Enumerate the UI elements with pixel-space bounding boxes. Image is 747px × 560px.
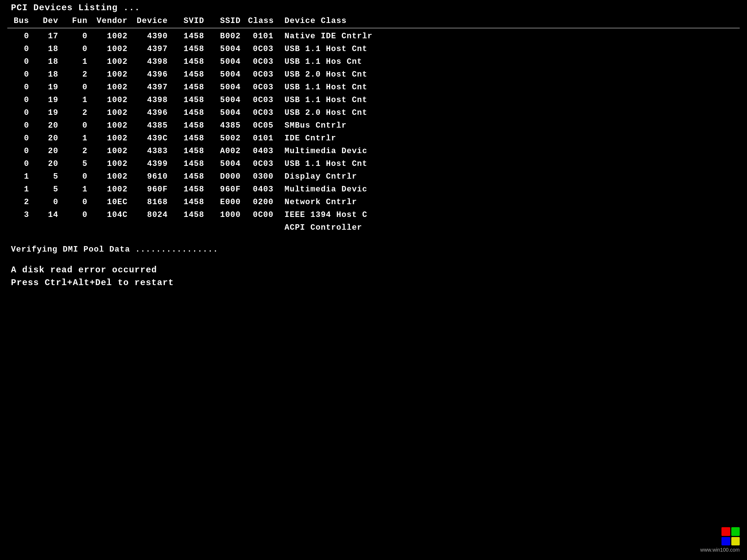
col-header-devclass: Device Class — [285, 16, 740, 26]
cell-svid: 1458 — [175, 172, 212, 181]
status-section: Verifying DMI Pool Data ................ — [7, 245, 740, 254]
cell-bus: 1 — [7, 185, 36, 194]
cell-bus: 2 — [7, 198, 36, 207]
wm-green-square — [731, 527, 740, 536]
cell-ssid: 5004 — [212, 96, 248, 105]
cell-fun: 1 — [66, 185, 95, 194]
cell-fun: 1 — [66, 134, 95, 143]
cell-fun: 0 — [66, 83, 95, 92]
cell-vendor: 1002 — [95, 121, 135, 130]
cell-vendor: 1002 — [95, 32, 135, 41]
cell-vendor: 1002 — [95, 44, 135, 54]
bios-screen: PCI Devices Listing ... Bus Dev Fun Vend… — [0, 0, 747, 560]
cell-vendor: 1002 — [95, 172, 135, 181]
cell-ssid: 960F — [212, 185, 248, 194]
wm-yellow-square — [731, 537, 740, 546]
cell-devclass: USB 1.1 Host Cnt — [285, 44, 740, 54]
cell-class: 0403 — [248, 185, 285, 194]
cell-vendor: 104C — [95, 210, 135, 219]
cell-svid: 1458 — [175, 147, 212, 156]
cell-bus: 0 — [7, 134, 36, 143]
verifying-dmi: Verifying DMI Pool Data ................ — [11, 245, 740, 254]
extra-devclass-label: ACPI Controller — [285, 223, 740, 232]
cell-vendor: 1002 — [95, 185, 135, 194]
cell-class: 0C05 — [248, 121, 285, 130]
table-row: 018010024397145850040C03USB 1.1 Host Cnt — [7, 43, 740, 55]
header-title: PCI Devices Listing ... — [7, 0, 740, 13]
cell-devclass: IDE Cntrlr — [285, 134, 740, 143]
cell-fun: 0 — [66, 172, 95, 181]
cell-ssid: 5004 — [212, 70, 248, 79]
cell-svid: 1458 — [175, 57, 212, 66]
cell-dev: 19 — [36, 83, 66, 92]
wm-blue-square — [721, 537, 730, 546]
cell-vendor: 10EC — [95, 198, 135, 207]
cell-svid: 1458 — [175, 121, 212, 130]
cell-bus: 1 — [7, 172, 36, 181]
cell-ssid: B002 — [212, 32, 248, 41]
cell-fun: 5 — [66, 159, 95, 168]
cell-ssid: 5004 — [212, 57, 248, 66]
col-header-vendor: Vendor — [95, 16, 135, 26]
cell-vendor: 1002 — [95, 96, 135, 105]
cell-ssid: 5004 — [212, 83, 248, 92]
cell-fun: 0 — [66, 121, 95, 130]
cell-svid: 1458 — [175, 159, 212, 168]
cell-devclass: USB 1.1 Host Cnt — [285, 159, 740, 168]
col-header-device: Device — [135, 16, 175, 26]
cell-ssid: 5004 — [212, 44, 248, 54]
cell-bus: 0 — [7, 159, 36, 168]
watermark-url: www.win100.com — [700, 547, 740, 553]
cell-bus: 0 — [7, 121, 36, 130]
cell-devclass: USB 2.0 Host Cnt — [285, 108, 740, 117]
cell-device: 439C — [135, 134, 175, 143]
cell-class: 0C03 — [248, 159, 285, 168]
cell-device: 4397 — [135, 44, 175, 54]
col-header-class: Class — [248, 16, 285, 26]
cell-devclass: USB 1.1 Host Cnt — [285, 83, 740, 92]
cell-vendor: 1002 — [95, 134, 135, 143]
cell-bus: 3 — [7, 210, 36, 219]
cell-dev: 5 — [36, 172, 66, 181]
cell-dev: 18 — [36, 44, 66, 54]
cell-devclass: IEEE 1394 Host C — [285, 210, 740, 219]
cell-dev: 20 — [36, 134, 66, 143]
cell-devclass: Native IDE Cntrlr — [285, 32, 740, 41]
cell-class: 0200 — [248, 198, 285, 207]
table-row: 02011002439C145850020101IDE Cntrlr — [7, 132, 740, 145]
table-row: 020510024399145850040C03USB 1.1 Host Cnt — [7, 158, 740, 170]
cell-ssid: A002 — [212, 147, 248, 156]
cell-svid: 1458 — [175, 96, 212, 105]
device-table: 0170100243901458B0020101Native IDE Cntrl… — [7, 30, 740, 234]
cell-devclass: USB 1.1 Host Cnt — [285, 96, 740, 105]
cell-fun: 0 — [66, 44, 95, 54]
col-header-bus: Bus — [7, 16, 36, 26]
cell-devclass: USB 1.1 Hos Cnt — [285, 57, 740, 66]
table-row: 0202100243831458A0020403Multimedia Devic — [7, 145, 740, 158]
cell-fun: 2 — [66, 70, 95, 79]
cell-dev: 18 — [36, 57, 66, 66]
cell-svid: 1458 — [175, 185, 212, 194]
column-headers: Bus Dev Fun Vendor Device SVID SSID Clas… — [7, 13, 740, 28]
cell-class: 0C03 — [248, 83, 285, 92]
table-row: 019010024397145850040C03USB 1.1 Host Cnt — [7, 81, 740, 94]
cell-fun: 1 — [66, 57, 95, 66]
cell-devclass: Display Cntrlr — [285, 172, 740, 181]
cell-fun: 2 — [66, 108, 95, 117]
cell-vendor: 1002 — [95, 70, 135, 79]
cell-bus: 0 — [7, 96, 36, 105]
cell-device: 9610 — [135, 172, 175, 181]
cell-bus: 0 — [7, 147, 36, 156]
disk-error-message: A disk read error occurred — [11, 265, 740, 275]
cell-class: 0C03 — [248, 70, 285, 79]
cell-dev: 5 — [36, 185, 66, 194]
table-row: 3140104C8024145810000C00IEEE 1394 Host C — [7, 209, 740, 221]
watermark-logo — [721, 527, 740, 545]
cell-device: 4398 — [135, 96, 175, 105]
table-row: 018210024396145850040C03USB 2.0 Host Cnt — [7, 68, 740, 81]
cell-class: 0C03 — [248, 57, 285, 66]
cell-class: 0C03 — [248, 44, 285, 54]
cell-class: 0C03 — [248, 96, 285, 105]
cell-device: 4396 — [135, 108, 175, 117]
table-row: 20010EC81681458E0000200Network Cntrlr — [7, 196, 740, 209]
